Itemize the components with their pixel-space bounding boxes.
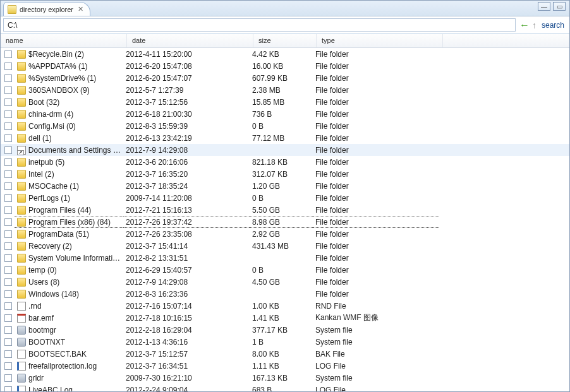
maximize-button[interactable]: ▭ [553,2,566,11]
row-checkbox[interactable] [4,98,12,106]
row-checkbox[interactable] [4,194,12,202]
table-row[interactable]: china-drm (4)2012-6-18 21:00:30736 BFile… [1,108,569,120]
table-row[interactable]: grldr2009-7-30 16:21:10167.13 KBSystem f… [1,372,569,384]
cell-type: LOG File [313,385,439,392]
table-row[interactable]: dell (1)2012-6-13 23:42:1977.12 MBFile f… [1,132,569,144]
back-icon[interactable]: ← [519,20,530,31]
folder-icon [17,206,26,215]
row-checkbox[interactable] [4,62,12,70]
cell-type: File folder [313,157,439,167]
row-checkbox[interactable] [4,374,12,382]
row-checkbox[interactable] [4,362,12,370]
table-row[interactable]: Intel (2)2012-3-7 16:35:20312.07 KBFile … [1,168,569,180]
row-checkbox[interactable] [4,278,12,286]
row-checkbox[interactable] [4,170,12,178]
row-checkbox[interactable] [4,326,12,334]
table-row[interactable]: System Volume Informatio...2012-8-2 13:3… [1,252,569,264]
row-checkbox[interactable] [4,122,12,130]
row-checkbox[interactable] [4,386,12,392]
up-icon[interactable]: ↑ [532,20,537,30]
row-checkbox[interactable] [4,182,12,190]
table-row[interactable]: freefallprotection.log2012-3-7 16:34:511… [1,360,569,372]
cell-type: RND File [313,301,439,311]
row-checkbox[interactable] [4,146,12,154]
cell-size: 4.50 GB [250,277,313,287]
row-checkbox[interactable] [4,206,12,214]
row-checkbox[interactable] [4,134,12,142]
cell-name: Config.Msi (0) [15,121,123,131]
table-row[interactable]: Config.Msi (0)2012-8-3 15:59:390 BFile f… [1,120,569,132]
row-checkbox[interactable] [4,290,12,298]
column-header-date[interactable]: date [127,34,253,47]
cell-name: %APPDATA% (1) [15,61,123,71]
cell-size [250,294,313,295]
path-input[interactable] [3,18,516,32]
cell-size: 431.43 MB [250,241,313,251]
table-row[interactable]: PerfLogs (1)2009-7-14 11:20:080 BFile fo… [1,192,569,204]
search-link[interactable]: search [539,21,567,30]
cell-type: File folder [313,121,439,131]
cell-type: System file [313,373,439,383]
table-row[interactable]: inetpub (5)2012-3-6 20:16:06821.18 KBFil… [1,156,569,168]
file-name: bootmgr [28,326,56,335]
gear-icon [17,374,26,383]
table-row[interactable]: Program Files (44)2012-7-21 15:16:135.50… [1,204,569,216]
table-row[interactable]: bootmgr2012-2-18 16:29:04377.17 KBSystem… [1,324,569,336]
table-row[interactable]: ProgramData (51)2012-7-26 23:35:082.92 G… [1,228,569,240]
table-row[interactable]: Program Files (x86) (84)2012-7-26 19:37:… [1,216,569,228]
file-list[interactable]: name date size type $Recycle.Bin (2)2012… [1,34,569,391]
table-row[interactable]: Boot (32)2012-3-7 15:12:5615.85 MBFile f… [1,96,569,108]
table-row[interactable]: BOOTSECT.BAK2012-3-7 15:12:578.00 KBBAK … [1,348,569,360]
cell-name: china-drm (4) [15,109,123,119]
table-row[interactable]: LiveABC.Log2012-2-24 9:09:04683 BLOG Fil… [1,384,569,391]
cell-date: 2009-7-30 16:21:10 [123,373,250,383]
table-row[interactable]: temp (0)2012-6-29 15:40:570 BFile folder [1,264,569,276]
row-checkbox[interactable] [4,254,12,262]
table-row[interactable]: $Recycle.Bin (2)2012-4-11 15:20:004.42 K… [1,48,569,60]
table-row[interactable]: 360SANDBOX (9)2012-5-7 1:27:392.38 MBFil… [1,84,569,96]
folder-icon [17,230,26,239]
folder-icon [17,194,26,203]
table-row[interactable]: Recovery (2)2012-3-7 15:41:14431.43 MBFi… [1,240,569,252]
table-row[interactable]: Documents and Settings (0)2012-7-9 14:29… [1,144,569,156]
cell-name: MSOCache (1) [15,181,123,191]
close-icon[interactable]: ✕ [76,5,85,13]
row-checkbox[interactable] [4,338,12,346]
table-row[interactable]: .rnd2012-7-16 15:07:141.00 KBRND File [1,300,569,312]
folder-icon [17,134,26,143]
row-checkbox[interactable] [4,230,12,238]
cell-size: 607.99 KB [250,73,313,83]
file-name: ProgramData (51) [28,230,89,239]
row-checkbox[interactable] [4,86,12,94]
row-checkbox[interactable] [4,158,12,166]
column-header-name[interactable]: name [1,34,127,47]
row-checkbox[interactable] [4,110,12,118]
row-checkbox[interactable] [4,302,12,310]
minimize-button[interactable]: — [538,2,550,11]
table-row[interactable]: %SystemDrive% (1)2012-6-20 15:47:07607.9… [1,72,569,84]
column-header-size[interactable]: size [253,34,317,47]
row-checkbox[interactable] [4,242,12,250]
file-name: Boot (32) [28,98,59,107]
row-checkbox[interactable] [4,266,12,274]
table-row[interactable]: Windows (148)2012-8-3 16:23:36File folde… [1,288,569,300]
cell-size: 5.50 GB [250,205,313,215]
row-checkbox[interactable] [4,218,12,226]
column-header-type[interactable]: type [317,34,443,47]
row-checkbox[interactable] [4,350,12,358]
table-row[interactable]: bar.emf2012-7-18 10:16:151.41 KBKankan W… [1,312,569,324]
folder-icon [17,110,26,119]
cell-size: 167.13 KB [250,373,313,383]
cell-size: 312.07 KB [250,169,313,179]
row-checkbox[interactable] [4,74,12,82]
tab-directory-explorer[interactable]: directory explorer ✕ [3,2,90,16]
row-checkbox[interactable] [4,314,12,322]
folder-icon [17,74,26,83]
cell-name: Recovery (2) [15,241,123,251]
table-row[interactable]: %APPDATA% (1)2012-6-20 15:47:0816.00 KBF… [1,60,569,72]
table-row[interactable]: MSOCache (1)2012-3-7 18:35:241.20 GBFile… [1,180,569,192]
row-checkbox[interactable] [4,50,12,58]
table-row[interactable]: BOOTNXT2012-1-13 4:36:161 BSystem file [1,336,569,348]
folder-icon [17,122,26,131]
table-row[interactable]: Users (8)2012-7-9 14:29:084.50 GBFile fo… [1,276,569,288]
